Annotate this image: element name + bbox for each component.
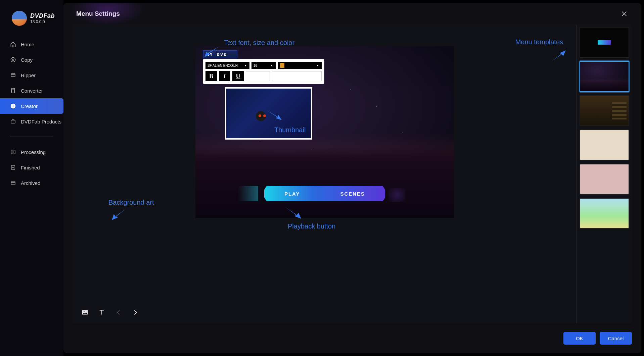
annotation-text-style: Text font, size and color [224,39,294,47]
sidebar-item-home[interactable]: Home [0,37,63,52]
color-swatch-icon [280,63,284,68]
app-name: DVDFab [30,12,55,19]
copy-icon [10,57,16,63]
italic-button[interactable]: I [219,71,230,81]
close-button[interactable] [620,10,628,17]
template-pastel-room[interactable] [580,164,629,195]
chevron-right-icon [132,309,139,316]
dialog-body: MY DVD SF ALIEN ENCOUN ▾ 16 ▾ [73,25,632,323]
template-cartoon-rainbow[interactable] [580,198,629,229]
bold-button[interactable]: B [205,71,217,81]
close-icon [620,10,628,17]
svg-point-0 [11,57,15,62]
home-icon [10,41,16,47]
playback-bar: PLAY SCENES [264,186,385,201]
svg-rect-8 [11,182,15,185]
dvd-title-text[interactable]: MY DVD [203,50,237,58]
scenes-button[interactable]: SCENES [340,191,365,197]
apply-to-all-button[interactable]: Apply to all [272,71,322,81]
template-film-reel[interactable] [580,95,629,126]
text-style-toolbar: SF ALIEN ENCOUN ▾ 16 ▾ [203,59,324,84]
processing-icon [10,149,16,155]
dialog-footer: OK Cancel [63,323,641,353]
ok-button[interactable]: OK [563,332,596,345]
sidebar-item-label: Finished [21,165,40,170]
ripper-icon [10,72,16,78]
app-logo-block: DVDFab 13.0.0.0 [0,7,63,34]
sidebar-item-label: DVDFab Products [21,119,61,124]
sidebar-item-converter[interactable]: Converter [0,83,63,98]
finished-icon [10,164,16,170]
arrow-icon [110,207,130,223]
dialog-header: Menu Settings [63,3,641,25]
sidebar-item-label: Converter [21,88,43,94]
svg-point-1 [12,59,14,61]
chevron-down-icon: ▾ [245,64,247,67]
text-tool-button[interactable] [98,308,106,316]
video-thumbnail[interactable] [225,87,312,140]
chevron-down-icon: ▾ [271,64,274,67]
chevron-down-icon: ▾ [317,64,320,67]
font-size-select[interactable]: 16 ▾ [251,62,276,69]
sidebar-item-label: Processing [21,149,46,155]
prev-page-button[interactable] [114,308,123,316]
creator-icon [10,103,16,109]
template-starry[interactable] [580,61,629,92]
sidebar-item-label: Ripper [21,72,36,78]
chevron-left-icon [115,309,122,316]
font-size-value: 16 [254,64,257,67]
next-page-button[interactable] [131,308,139,316]
dialog-title: Menu Settings [76,10,120,17]
preview-column: MY DVD SF ALIEN ENCOUN ▾ 16 ▾ [73,25,577,323]
template-birthday[interactable] [580,130,629,160]
sidebar-item-ripper[interactable]: Ripper [0,67,63,83]
sidebar: DVDFab 13.0.0.0 Home Copy Ripper Convert… [0,0,63,356]
templates-column [577,25,632,323]
sidebar-item-label: Copy [21,57,33,63]
app-version: 13.0.0.0 [30,19,55,24]
sidebar-divider [10,137,53,137]
font-color-select[interactable]: ▾ [278,62,322,69]
svg-rect-5 [11,120,15,123]
template-dark-bar[interactable] [580,27,629,58]
svg-point-10 [84,311,85,312]
sidebar-item-label: Home [21,42,34,47]
svg-rect-6 [11,150,15,154]
font-family-value: SF ALIEN ENCOUN [208,64,238,67]
image-icon [81,309,89,316]
main-panel: Menu Settings MY DVD SF ALIEN ENCOUN [63,3,641,353]
background-art-preview[interactable]: MY DVD SF ALIEN ENCOUN ▾ 16 ▾ [195,46,454,218]
cancel-button[interactable]: Cancel [600,332,632,345]
sidebar-item-processing[interactable]: Processing [0,144,63,160]
annotation-bg-art: Background art [108,199,154,206]
underline-button[interactable]: U [232,71,244,81]
archived-icon [10,180,16,186]
background-image-button[interactable] [81,308,89,316]
annotation-templates: Menu templates [515,38,563,46]
play-button[interactable]: PLAY [284,191,300,197]
annotation-playback: Playback button [288,222,335,230]
products-icon [10,118,16,124]
converter-icon [10,88,16,94]
font-family-select[interactable]: SF ALIEN ENCOUN ▾ [205,62,249,69]
text-icon [98,309,105,316]
sidebar-item-label: Creator [21,103,38,109]
svg-rect-2 [11,74,15,77]
arrow-icon [548,49,568,65]
preview-wrap: MY DVD SF ALIEN ENCOUN ▾ 16 ▾ [73,25,577,302]
default-style-button[interactable]: Default [246,71,270,81]
app-logo-icon [12,11,27,26]
sidebar-item-label: Archived [21,180,40,186]
svg-rect-3 [12,88,15,93]
sidebar-item-finished[interactable]: Finished [0,160,63,175]
sidebar-item-copy[interactable]: Copy [0,52,63,67]
sidebar-item-products[interactable]: DVDFab Products [0,114,63,129]
sidebar-item-creator[interactable]: Creator [0,98,63,114]
bottom-toolbar [73,302,577,323]
sidebar-item-archived[interactable]: Archived [0,175,63,191]
